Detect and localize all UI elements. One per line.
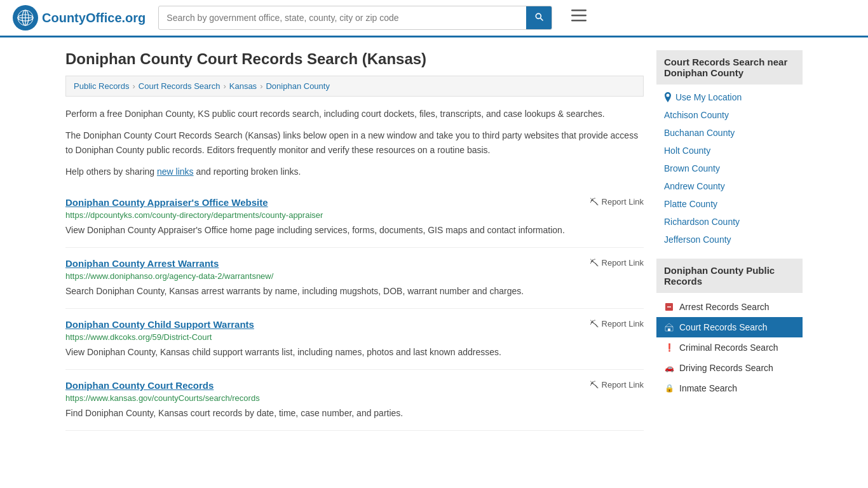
report-link-label: Report Link [602, 258, 644, 268]
result-header: Doniphan County Child Support Warrants ⛏… [65, 319, 644, 330]
result-url[interactable]: https://www.dkcoks.org/59/District-Court [65, 332, 644, 342]
result-header: Doniphan County Arrest Warrants ⛏ Report… [65, 258, 644, 269]
menu-icon[interactable] [571, 10, 587, 26]
nearby-county-link[interactable]: Jefferson County [664, 234, 731, 245]
report-link-label: Report Link [602, 197, 644, 207]
report-link-btn[interactable]: ⛏ Report Link [590, 319, 644, 329]
nearby-counties-list: Atchison CountyBuchanan CountyHolt Count… [656, 106, 803, 248]
nav-item-label: Inmate Search [679, 383, 737, 393]
content-area: Doniphan County Court Records Search (Ka… [65, 50, 644, 431]
result-title[interactable]: Doniphan County Arrest Warrants [65, 258, 219, 269]
report-link-label: Report Link [602, 319, 644, 329]
desc-para-2: The Doniphan County Court Records Search… [65, 128, 644, 157]
result-url[interactable]: https://www.kansas.gov/countyCourts/sear… [65, 393, 644, 403]
report-link-btn[interactable]: ⛏ Report Link [590, 380, 644, 390]
site-header: CountyOffice.org [0, 0, 868, 37]
use-my-location-link[interactable]: Use My Location [675, 92, 742, 102]
breadcrumb: Public Records › Court Records Search › … [65, 76, 644, 97]
public-record-nav-item[interactable]: Court Records Search [656, 317, 803, 337]
result-item: Doniphan County Court Records ⛏ Report L… [65, 370, 644, 431]
svg-rect-7 [571, 20, 587, 22]
report-link-label: Report Link [602, 380, 644, 390]
result-header: Doniphan County Court Records ⛏ Report L… [65, 380, 644, 391]
result-url[interactable]: https://dpcountyks.com/county-directory/… [65, 210, 644, 220]
result-description: Find Doniphan County, Kansas court recor… [65, 407, 644, 420]
nearby-county-link[interactable]: Atchison County [664, 110, 729, 120]
nearby-county-item: Brown County [656, 159, 803, 177]
nearby-county-link[interactable]: Richardson County [664, 217, 740, 227]
breadcrumb-kansas[interactable]: Kansas [229, 81, 257, 91]
report-link-btn[interactable]: ⛏ Report Link [590, 197, 644, 207]
nav-item-label: Driving Records Search [679, 363, 773, 373]
nearby-county-item: Jefferson County [656, 231, 803, 248]
svg-rect-12 [668, 329, 670, 331]
result-title[interactable]: Doniphan County Appraiser's Office Websi… [65, 197, 268, 208]
public-records-section: Doniphan County Public Records Arrest Re… [656, 259, 803, 398]
desc-para-3: Help others by sharing new links and rep… [65, 165, 644, 179]
public-record-nav-item[interactable]: Arrest Records Search [656, 297, 803, 317]
public-record-nav-item[interactable]: 🔒 Inmate Search [656, 378, 803, 398]
new-links-link[interactable]: new links [157, 166, 194, 177]
nearby-county-link[interactable]: Brown County [664, 163, 720, 173]
report-link-btn[interactable]: ⛏ Report Link [590, 258, 644, 268]
nav-item-icon [664, 302, 674, 312]
report-icon: ⛏ [590, 380, 599, 390]
nearby-county-item: Platte County [656, 195, 803, 213]
result-description: Search Doniphan County, Kansas arrest wa… [65, 285, 644, 298]
report-icon: ⛏ [590, 319, 599, 329]
search-bar [158, 6, 552, 30]
nearby-section: Court Records Search near Doniphan Count… [656, 50, 803, 248]
nearby-county-item: Richardson County [656, 213, 803, 231]
nearby-county-item: Atchison County [656, 106, 803, 124]
search-button[interactable] [526, 6, 552, 29]
search-input[interactable] [159, 8, 526, 28]
nav-item-icon: 🔒 [664, 383, 674, 393]
breadcrumb-doniphan-county[interactable]: Doniphan County [266, 81, 329, 91]
logo-icon [13, 5, 38, 30]
nearby-county-link[interactable]: Buchanan County [664, 128, 735, 138]
nav-item-label: Court Records Search [679, 322, 768, 332]
public-record-nav-item[interactable]: 🚗 Driving Records Search [656, 358, 803, 378]
nearby-header: Court Records Search near Doniphan Count… [656, 50, 803, 85]
results-list: Doniphan County Appraiser's Office Websi… [65, 187, 644, 431]
breadcrumb-sep-1: › [132, 81, 135, 91]
desc-para-1: Perform a free Doniphan County, KS publi… [65, 107, 644, 121]
result-title[interactable]: Doniphan County Court Records [65, 380, 214, 391]
nav-item-label: Arrest Records Search [679, 302, 770, 312]
breadcrumb-public-records[interactable]: Public Records [74, 81, 129, 91]
nearby-county-link[interactable]: Holt County [664, 146, 710, 156]
result-title[interactable]: Doniphan County Child Support Warrants [65, 319, 254, 330]
breadcrumb-court-records-search[interactable]: Court Records Search [139, 81, 220, 91]
nav-item-label: Criminal Records Search [679, 342, 778, 353]
nav-item-icon [664, 322, 674, 332]
result-url[interactable]: https://www.doniphanso.org/agency-data-2… [65, 271, 644, 281]
nearby-county-link[interactable]: Platte County [664, 199, 717, 209]
report-icon: ⛏ [590, 258, 599, 268]
result-item: Doniphan County Child Support Warrants ⛏… [65, 309, 644, 370]
public-records-nav: Arrest Records Search Court Records Sear… [656, 297, 803, 398]
svg-rect-6 [571, 15, 587, 17]
nav-item-icon: 🚗 [664, 363, 674, 373]
svg-rect-5 [571, 10, 587, 11]
nearby-county-item: Buchanan County [656, 124, 803, 142]
report-icon: ⛏ [590, 197, 599, 207]
public-record-nav-item[interactable]: ❗ Criminal Records Search [656, 337, 803, 358]
result-item: Doniphan County Arrest Warrants ⛏ Report… [65, 248, 644, 309]
result-description: View Doniphan County Appraiser's Office … [65, 224, 644, 237]
nearby-county-item: Holt County [656, 142, 803, 159]
breadcrumb-sep-2: › [223, 81, 226, 91]
logo-wordmark: CountyOffice.org [42, 11, 146, 25]
nearby-county-item: Andrew County [656, 177, 803, 195]
result-description: View Doniphan County, Kansas child suppo… [65, 346, 644, 359]
use-location-item[interactable]: Use My Location [656, 88, 803, 106]
main-container: Doniphan County Court Records Search (Ka… [53, 37, 815, 444]
nearby-county-link[interactable]: Andrew County [664, 181, 725, 191]
public-records-header: Doniphan County Public Records [656, 259, 803, 293]
breadcrumb-sep-3: › [260, 81, 262, 91]
site-logo[interactable]: CountyOffice.org [13, 5, 146, 30]
nav-item-icon: ❗ [664, 342, 674, 353]
location-pin-icon [664, 92, 672, 102]
page-title: Doniphan County Court Records Search (Ka… [65, 50, 644, 68]
result-header: Doniphan County Appraiser's Office Websi… [65, 197, 644, 208]
sidebar: Court Records Search near Doniphan Count… [656, 50, 803, 431]
